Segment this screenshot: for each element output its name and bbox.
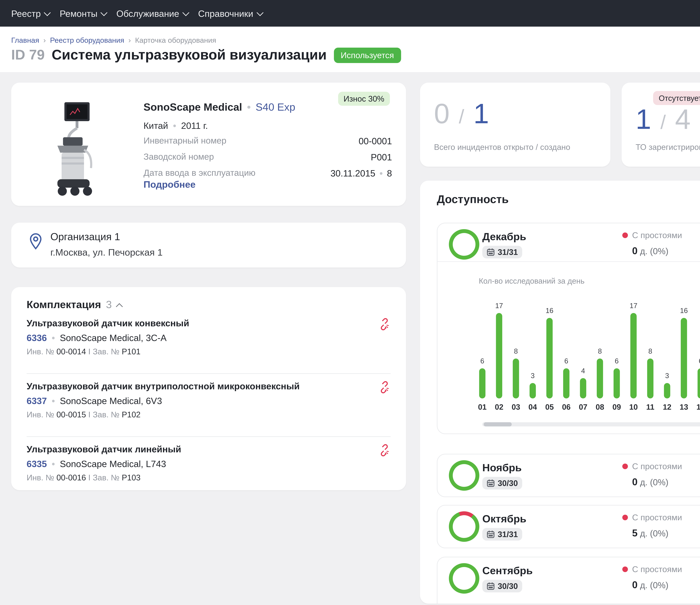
x-tick-label: 01 bbox=[474, 403, 491, 411]
separator: I bbox=[88, 347, 91, 356]
inventory-number-label: Инвентарный номер bbox=[144, 136, 226, 146]
downtime-dot-icon bbox=[622, 515, 628, 520]
calendar-icon bbox=[486, 582, 495, 590]
dot-separator: • bbox=[247, 101, 251, 113]
bar-value-label: 6 bbox=[615, 357, 619, 365]
components-count: 3 bbox=[106, 298, 112, 310]
slash: / bbox=[459, 106, 465, 127]
top-nav: Реестр Ремонты Обслуживание Справочники bbox=[0, 0, 700, 27]
date-value: 30.11.2015 bbox=[330, 168, 375, 178]
serial-label: Зав. № bbox=[93, 474, 119, 482]
equipment-year: 2011 г. bbox=[181, 120, 208, 131]
bar-value-label: 17 bbox=[495, 302, 503, 310]
serial-label: Зав. № bbox=[93, 347, 119, 356]
chevron-down-icon bbox=[182, 9, 189, 16]
availability-title: Доступность bbox=[437, 193, 509, 206]
days-value: 31/31 bbox=[498, 530, 518, 538]
equipment-model-link[interactable]: S40 Exp bbox=[256, 101, 295, 113]
downtime-dot-icon bbox=[622, 233, 628, 238]
bar-value-label: 6 bbox=[480, 357, 484, 365]
component-name: Ультразвуковой датчик внутриполостной ми… bbox=[27, 381, 391, 391]
dot-separator: • bbox=[52, 333, 55, 343]
bar-day-03: 8 bbox=[507, 291, 524, 398]
chart-horizontal-scrollbar[interactable] bbox=[482, 422, 700, 427]
status-badge: Используется bbox=[334, 47, 401, 63]
nav-menu-label: Справочники bbox=[198, 8, 253, 19]
bar-day-02: 17 bbox=[491, 291, 507, 398]
commissioning-date-value: 30.11.2015 • 8 bbox=[330, 168, 392, 178]
nav-menu-service[interactable]: Обслуживание bbox=[116, 8, 188, 19]
component-item: Ультразвуковой датчик внутриполостной ми… bbox=[27, 381, 391, 419]
availability-card: Доступность 2024 г. ⚙ Декабрь 31/31 С пр… bbox=[420, 181, 700, 604]
days-value: 30/30 bbox=[498, 479, 518, 487]
nav-menu-directories[interactable]: Справочники bbox=[198, 8, 262, 19]
month-row-november[interactable]: Ноябрь 30/30 С простоями 0 д. (0%) Без п… bbox=[437, 454, 700, 497]
bar-day-04: 3 bbox=[524, 291, 541, 398]
maintenance-recommended: 4 bbox=[675, 104, 691, 135]
component-id-link[interactable]: 6336 bbox=[27, 333, 47, 343]
inv-value: 00-0014 bbox=[56, 347, 86, 356]
organization-name: Организация 1 bbox=[50, 231, 120, 242]
month-row-december[interactable]: Декабрь 31/31 С простоями 0 д. (0%) Без … bbox=[437, 223, 700, 434]
nav-menu-label: Обслуживание bbox=[116, 8, 179, 19]
breadcrumb-separator: › bbox=[128, 36, 131, 44]
nav-menu-repairs[interactable]: Ремонты bbox=[60, 8, 106, 19]
x-tick-label: 03 bbox=[507, 403, 524, 411]
bar-day-12: 3 bbox=[659, 291, 675, 398]
days-badge: 30/30 bbox=[482, 580, 522, 592]
downtime-label: С простоями bbox=[632, 231, 682, 240]
x-tick-label: 08 bbox=[592, 403, 608, 411]
calendar-icon bbox=[486, 248, 495, 256]
month-name: Ноябрь bbox=[482, 461, 522, 474]
days-value: 31/31 bbox=[498, 248, 518, 256]
organization-address: г.Москва, ул. Печорская 1 bbox=[50, 247, 162, 258]
bar bbox=[647, 358, 653, 398]
breadcrumb-registry[interactable]: Реестр оборудования bbox=[50, 36, 124, 44]
wear-badge: Износ 30% bbox=[338, 92, 390, 106]
chevron-down-icon bbox=[44, 9, 51, 16]
uptime-donut bbox=[449, 460, 479, 491]
commissioning-date-label: Дата ввода в эксплуатацию bbox=[144, 168, 255, 178]
maintenance-label: ТО зарегистрировано / рекомендовано в го… bbox=[635, 143, 700, 151]
unlink-icon[interactable] bbox=[378, 444, 391, 459]
chevron-down-icon bbox=[101, 9, 107, 16]
bar bbox=[614, 368, 620, 398]
page: Реестр Ремонты Обслуживание Справочники bbox=[0, 0, 700, 605]
equipment-country: Китай bbox=[144, 120, 168, 131]
unlink-icon[interactable] bbox=[378, 381, 391, 396]
unlink-icon[interactable] bbox=[378, 318, 391, 333]
x-tick-label: 10 bbox=[625, 403, 642, 411]
bar bbox=[513, 358, 519, 398]
organization-card: Организация 1 г.Москва, ул. Печорская 1 bbox=[11, 223, 406, 267]
component-id-link[interactable]: 6337 bbox=[27, 396, 47, 406]
collapse-chevron-icon[interactable] bbox=[116, 303, 123, 310]
chevron-down-icon bbox=[256, 9, 263, 16]
component-name: Ультразвуковой датчик линейный bbox=[27, 444, 391, 455]
bar-value-label: 8 bbox=[598, 347, 602, 355]
incidents-total: 1 bbox=[473, 98, 490, 129]
nav-menu-registry[interactable]: Реестр bbox=[11, 8, 50, 19]
calendar-icon bbox=[486, 479, 495, 487]
bar-day-05: 16 bbox=[541, 291, 558, 398]
more-details-link[interactable]: Подробнее bbox=[144, 179, 196, 190]
x-tick-label: 09 bbox=[608, 403, 625, 411]
breadcrumb-home[interactable]: Главная bbox=[11, 36, 39, 44]
bar-value-label: 6 bbox=[564, 357, 568, 365]
breadcrumb: Главная › Реестр оборудования › Карточка… bbox=[11, 36, 216, 44]
bar-value-label: 3 bbox=[665, 372, 669, 380]
date-extra: 8 bbox=[387, 168, 392, 178]
month-row-september[interactable]: Сентябрь 30/30 С простоями 0 д. (0%) Без… bbox=[437, 557, 700, 604]
calendar-icon bbox=[486, 530, 495, 538]
downtime-rest: д. (0%) bbox=[640, 529, 668, 538]
downtime-days: 5 bbox=[632, 527, 638, 538]
scrollbar-thumb[interactable] bbox=[484, 422, 512, 427]
bar-value-label: 4 bbox=[581, 367, 585, 375]
month-row-october[interactable]: Октябрь 31/31 С простоями 5 д. (0%) Без … bbox=[437, 505, 700, 548]
slash: / bbox=[660, 111, 667, 133]
downtime-days: 0 bbox=[632, 245, 638, 256]
separator: I bbox=[88, 474, 91, 482]
bar-value-label: 8 bbox=[648, 347, 652, 355]
serial-number-value: P001 bbox=[371, 152, 392, 163]
component-id-link[interactable]: 6335 bbox=[27, 459, 47, 469]
bar-value-label: 6 bbox=[699, 357, 700, 365]
